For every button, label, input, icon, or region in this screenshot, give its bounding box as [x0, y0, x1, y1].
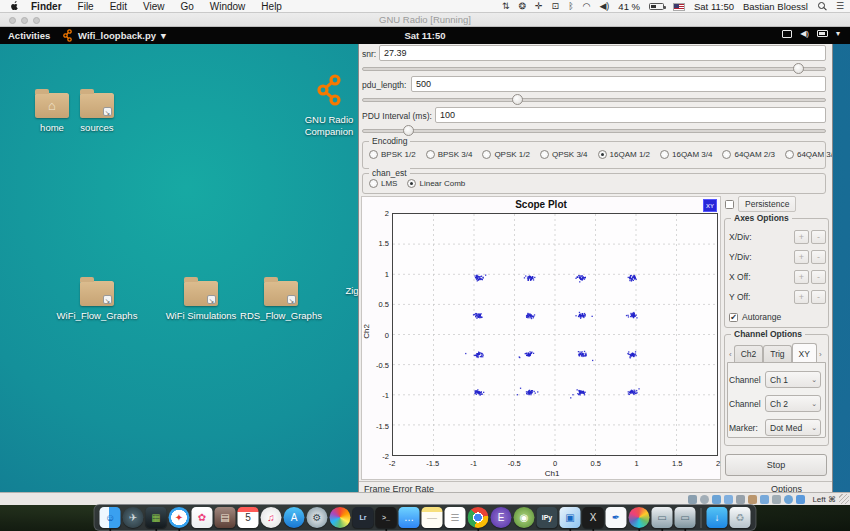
dock-icon-minimized-window-2[interactable]: ▭ — [675, 507, 696, 528]
dock-icon-system-preferences[interactable]: ⚙ — [307, 507, 328, 528]
menu-item-go[interactable]: Go — [180, 1, 193, 12]
slider-handle[interactable] — [403, 125, 414, 136]
tab-xy[interactable]: XY — [792, 343, 817, 362]
decrement-button-x-off[interactable]: - — [811, 270, 826, 284]
dock-icon-color-wheel[interactable] — [330, 507, 351, 528]
encoding-option-bpsk-3-4[interactable]: BPSK 3/4 — [426, 150, 473, 159]
chan-est-radio-lms[interactable] — [369, 179, 378, 188]
vbox-display-icon[interactable] — [760, 495, 769, 504]
dock-icon-reminders[interactable]: ☰ — [445, 507, 466, 528]
vbox-hard-disk-icon[interactable] — [688, 495, 697, 504]
vpn-icon[interactable]: ❂ — [519, 0, 527, 13]
vbox-features-icon[interactable] — [784, 495, 793, 504]
encoding-option-bpsk-1-2[interactable]: BPSK 1/2 — [369, 150, 416, 159]
pdu-length-slider[interactable] — [362, 94, 826, 105]
increment-button-y-div[interactable]: + — [794, 250, 809, 264]
updown-arrows-icon[interactable]: ⇅ — [502, 0, 510, 13]
dock-icon-downloads-folder[interactable]: ↓ — [707, 507, 728, 528]
resize-grip[interactable] — [839, 494, 849, 504]
desktop-icon-wifi-flow-graphs[interactable]: ↘WiFi_Flow_Graphs — [47, 281, 147, 322]
gnome-clock[interactable]: Sat 11:50 — [404, 30, 445, 41]
dock-icon-activity-stats[interactable]: ▦ — [146, 507, 167, 528]
menu-item-view[interactable]: View — [143, 1, 165, 12]
vbox-optical-disc-icon[interactable] — [700, 495, 709, 504]
menubar-user[interactable]: Bastian Bloessl — [743, 1, 808, 12]
menu-item-finder[interactable]: Finder — [31, 1, 62, 12]
dock-icon-lightroom[interactable]: Lr — [353, 507, 374, 528]
increment-button-x-div[interactable]: + — [794, 230, 809, 244]
apple-logo-icon[interactable] — [10, 1, 21, 12]
dock-icon-terminal[interactable]: >_ — [376, 507, 397, 528]
spotlight-search-icon[interactable] — [817, 1, 827, 12]
dock-icon-finder[interactable]: ☺ — [100, 507, 121, 528]
decrement-button-y-off[interactable]: - — [811, 290, 826, 304]
gnome-activities-button[interactable]: Activities — [8, 30, 50, 41]
dock-icon-minimized-window-1[interactable]: ▭ — [652, 507, 673, 528]
vbox-video-capture-icon[interactable] — [772, 495, 781, 504]
constellation-plot[interactable] — [392, 213, 718, 456]
dock-icon-calendar[interactable]: 5 — [238, 507, 259, 528]
gnome-system-tray[interactable]: ◀) ▾ — [782, 29, 840, 38]
bluetooth-icon[interactable]: ᛒ — [568, 0, 573, 13]
dock-icon-emacs[interactable]: E — [491, 507, 512, 528]
vbox-usb-icon[interactable] — [736, 495, 745, 504]
dock-icon-contacts[interactable]: ▤ — [215, 507, 236, 528]
vbox-network-icon[interactable] — [724, 495, 733, 504]
dock-icon-trash[interactable]: ♻ — [730, 507, 751, 528]
encoding-option-16qam-3-4[interactable]: 16QAM 3/4 — [660, 150, 712, 159]
wifi-icon[interactable]: ◠ — [583, 0, 591, 13]
vbox-mouse-integration-icon[interactable] — [796, 495, 805, 504]
channel-select-ch-2[interactable]: Ch 2⌄ — [765, 395, 821, 412]
encoding-option-qpsk-3-4[interactable]: QPSK 3/4 — [540, 150, 588, 159]
pdu-interval-slider[interactable] — [362, 125, 826, 136]
vbox-shared-folders-icon[interactable] — [748, 495, 757, 504]
volume-icon[interactable]: ◀) — [599, 0, 609, 13]
pdu-interval-field[interactable]: 100 — [435, 107, 826, 123]
tab-ch2[interactable]: Ch2 — [734, 345, 764, 362]
dock-icon-notes[interactable]: ― — [422, 507, 443, 528]
gnome-window-menu[interactable]: Wifi_loopback.py ▾ — [62, 29, 166, 42]
menubar-clock[interactable]: Sat 11:50 — [694, 1, 734, 12]
dock-icon-photos[interactable]: ✿ — [192, 507, 213, 528]
menu-item-help[interactable]: Help — [261, 1, 282, 12]
virtualbox-titlebar[interactable]: GNU Radio [Running] — [0, 13, 850, 27]
slider-handle[interactable] — [793, 63, 804, 74]
chan-est-option-linear-comb[interactable]: Linear Comb — [407, 179, 465, 188]
dock-icon-jupyter-ipython[interactable]: IPy — [537, 507, 558, 528]
location-icon[interactable]: ✛ — [535, 0, 543, 13]
menu-item-window[interactable]: Window — [210, 1, 246, 12]
encoding-radio-qpsk-3-4[interactable] — [540, 150, 549, 159]
dock-icon-chrome[interactable] — [468, 507, 489, 528]
encoding-option-qpsk-1-2[interactable]: QPSK 1/2 — [482, 150, 530, 159]
stop-button[interactable]: Stop — [725, 454, 827, 476]
vbox-audio-icon[interactable] — [712, 495, 721, 504]
dock-icon-itunes[interactable]: ♫ — [261, 507, 282, 528]
chan-est-radio-linear-comb[interactable] — [407, 179, 416, 188]
notification-center-icon[interactable]: ☰ — [836, 0, 844, 13]
input-language-flag-icon[interactable] — [673, 3, 685, 11]
tab-trig[interactable]: Trig — [763, 345, 791, 362]
encoding-radio-64qam-3-4[interactable] — [785, 150, 794, 159]
dock-icon-xquartz[interactable]: X — [583, 507, 604, 528]
encoding-option-16qam-1-2[interactable]: 16QAM 1/2 — [598, 150, 650, 159]
encoding-option-64qam-2-3[interactable]: 64QAM 2/3 — [722, 150, 774, 159]
decrement-button-y-div[interactable]: - — [811, 250, 826, 264]
battery-icon[interactable] — [649, 3, 664, 10]
increment-button-x-off[interactable]: + — [794, 270, 809, 284]
xy-mode-button[interactable]: XY — [703, 199, 717, 212]
dock-icon-launchpad[interactable]: ✈ — [123, 507, 144, 528]
dock-icon-pinwheel-app[interactable] — [629, 507, 650, 528]
encoding-radio-64qam-2-3[interactable] — [722, 150, 731, 159]
encoding-radio-bpsk-1-2[interactable] — [369, 150, 378, 159]
channel-select-ch-1[interactable]: Ch 1⌄ — [765, 371, 821, 388]
encoding-radio-16qam-3-4[interactable] — [660, 150, 669, 159]
menu-item-file[interactable]: File — [78, 1, 94, 12]
snr-slider[interactable] — [362, 63, 826, 74]
snr-field[interactable]: 27.39 — [379, 45, 826, 61]
tab-scroll-right[interactable]: › — [817, 350, 824, 362]
dock-icon-messages[interactable]: … — [399, 507, 420, 528]
dock-icon-pen-editor[interactable]: ✒ — [606, 507, 627, 528]
menu-item-edit[interactable]: Edit — [110, 1, 127, 12]
encoding-radio-16qam-1-2[interactable] — [598, 150, 607, 159]
autorange-checkbox[interactable]: ✔ — [729, 313, 738, 322]
